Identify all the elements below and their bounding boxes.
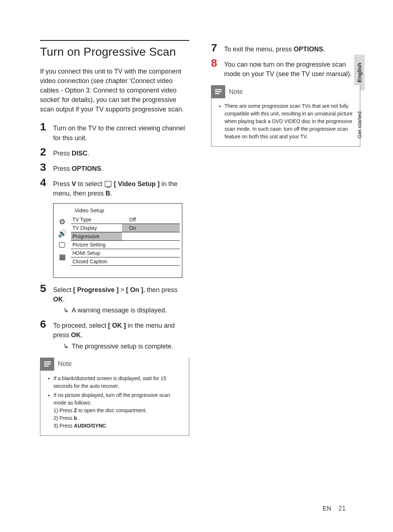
key-b: B [106, 190, 110, 197]
step-4-text: Press V to select [ Video Setup ] in the… [53, 177, 189, 198]
row-progressive: Progressive [71, 232, 122, 240]
text: Press [53, 165, 72, 172]
note-label: Note [58, 360, 75, 368]
key-ok: OK [71, 331, 81, 339]
text: A warning message is displayed. [72, 306, 167, 315]
text: To exit the menu, press [224, 46, 294, 53]
note-2-body: There are some progressive scan TVs that… [211, 99, 360, 146]
step-5-text: Select [ Progressive ] > [ On ], then pr… [53, 283, 189, 315]
note-icon [40, 358, 54, 371]
svg-rect-3 [215, 89, 222, 90]
svg-rect-5 [215, 93, 220, 94]
svg-rect-4 [215, 91, 222, 92]
text: 1) Press [53, 407, 74, 413]
text: If no picture displayed, turn off the pr… [53, 392, 170, 406]
video-setup-rows: TV TypeOff TV DisplayOn Progressive Pict… [71, 216, 182, 277]
step-number: 4 [40, 177, 53, 188]
page-footer: EN 21 [323, 505, 346, 512]
key-b: b [74, 415, 77, 421]
button-label-disc: DISC [72, 150, 87, 157]
video-setup-screenshot: Video Setup ⚙ 🔊 🖵 ▦ TV TypeOff TV Displa… [53, 203, 182, 278]
step-number: 6 [40, 319, 53, 330]
note-1-bullet-1: If a blank/distorted screen is displayed… [53, 375, 182, 390]
text: . [323, 46, 325, 53]
grid-icon: ▦ [57, 252, 67, 261]
settings-icon: ⚙ [57, 217, 67, 226]
text: 3) Press [53, 423, 74, 429]
text: > [119, 286, 126, 293]
footer-lang: EN [323, 505, 331, 512]
step-3-text: Press OPTIONS. [53, 162, 103, 173]
step-number: 5 [40, 283, 53, 294]
row-tv-display: TV Display [71, 224, 122, 232]
key-audio-sync: AUDIO/SYNC [74, 423, 106, 429]
note-1-bullet-2: If no picture displayed, turn off the pr… [53, 391, 182, 430]
text: The progressive setup is complete. [72, 342, 173, 351]
text: , then press [143, 286, 178, 293]
opt-on: On [122, 224, 180, 232]
button-label-options: OPTIONS [72, 165, 101, 172]
note-icon [211, 85, 225, 98]
step-8-text: You can now turn on the progressive scan… [224, 58, 360, 79]
text: . [63, 296, 65, 303]
step-number: 7 [211, 42, 224, 53]
text: . [106, 423, 107, 429]
section-title: Turn on Progressive Scan [40, 40, 189, 59]
text: to open the disc compartment. [77, 407, 147, 413]
steps-list-left: 1 Turn on the TV to the correct viewing … [40, 121, 189, 198]
text: Press [53, 150, 72, 157]
step-number: 8 [211, 58, 224, 68]
key-ok: OK [53, 296, 63, 303]
menu-progressive: [ Progressive ] [73, 286, 119, 293]
step-5-result: A warning message is displayed. [53, 306, 189, 315]
svg-rect-1 [44, 363, 51, 364]
note-2-bullet-1: There are some progressive scan TVs that… [225, 102, 353, 141]
text: . [101, 165, 103, 172]
steps-list-right: 7 To exit the menu, press OPTIONS. 8 You… [211, 42, 360, 79]
step-6-text: To proceed, select [ OK ] in the menu an… [53, 319, 189, 351]
text: . [81, 331, 83, 339]
menu-video-setup: [ Video Setup ] [114, 180, 160, 188]
step-number: 3 [40, 162, 53, 173]
note-box-1: Note If a blank/distorted screen is disp… [40, 358, 189, 436]
menu-ok: [ OK ] [108, 322, 126, 329]
opt-off: Off [122, 216, 180, 224]
svg-rect-0 [44, 361, 51, 362]
step-number: 1 [40, 121, 53, 132]
row-tv-type: TV Type [71, 216, 122, 224]
button-label-options: OPTIONS [294, 46, 323, 53]
row-hdmi-setup: HDMI Setup [71, 249, 122, 257]
steps-list-left-2: 5 Select [ Progressive ] > [ On ], then … [40, 283, 189, 351]
row-closed-caption: Closed Caption [71, 257, 122, 265]
intro-paragraph: If you connect this unit to TV with the … [40, 67, 189, 114]
text: To proceed, select [53, 322, 108, 329]
text: . [110, 190, 112, 197]
text: 2) Press [53, 415, 74, 421]
video-setup-header: Video Setup [53, 204, 182, 216]
step-number: 2 [40, 146, 53, 157]
key-v: V [72, 180, 76, 188]
key-z: Z [74, 407, 77, 413]
text: . [77, 415, 80, 421]
step-7-text: To exit the menu, press OPTIONS. [224, 42, 325, 54]
step-6-result: The progressive setup is complete. [53, 342, 189, 351]
row-picture-setting: Picture Setting [71, 241, 122, 249]
menu-on: [ On ] [126, 286, 143, 293]
note-box-2: Note There are some progressive scan TVs… [211, 85, 360, 147]
footer-page-number: 21 [338, 505, 346, 512]
step-1-text: Turn on the TV to the correct viewing ch… [53, 121, 189, 142]
note-label: Note [229, 88, 246, 96]
text: to select [76, 180, 104, 188]
svg-rect-2 [44, 365, 49, 366]
audio-icon: 🔊 [57, 229, 67, 238]
video-icon: 🖵 [57, 240, 67, 250]
text: . [87, 150, 89, 157]
menu-category-icons: ⚙ 🔊 🖵 ▦ [53, 216, 71, 277]
monitor-icon [105, 181, 111, 187]
text: Press [53, 180, 72, 188]
text: Select [53, 286, 73, 293]
step-2-text: Press DISC. [53, 146, 89, 158]
note-1-body: If a blank/distorted screen is displayed… [40, 371, 189, 436]
